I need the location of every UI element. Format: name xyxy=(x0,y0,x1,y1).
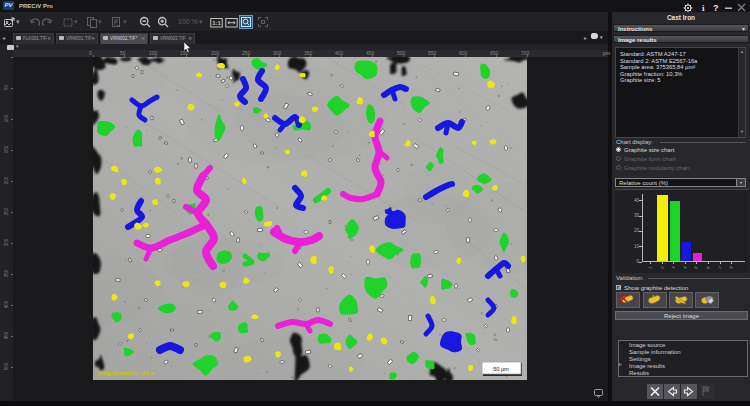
svg-text:1:1: 1:1 xyxy=(212,20,221,26)
svg-text:Magnification: 20 x: Magnification: 20 x xyxy=(98,370,154,376)
svg-text:50 µm: 50 µm xyxy=(493,366,509,372)
